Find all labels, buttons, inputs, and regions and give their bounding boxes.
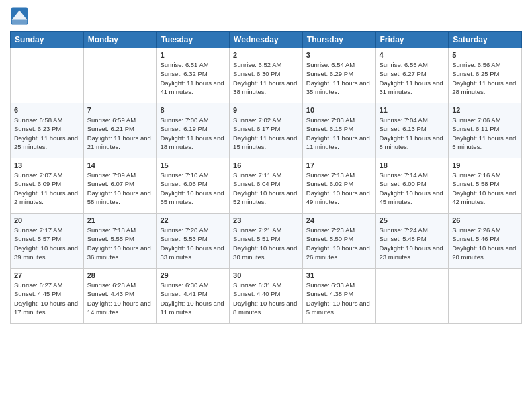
day-info: Sunrise: 6:51 AM Sunset: 6:32 PM Dayligh…: [160, 60, 226, 96]
day-info: Sunrise: 6:56 AM Sunset: 6:25 PM Dayligh…: [452, 60, 518, 96]
day-header-monday: Monday: [83, 32, 157, 48]
day-info: Sunrise: 7:11 AM Sunset: 6:04 PM Dayligh…: [233, 171, 299, 206]
day-number: 13: [14, 161, 80, 169]
day-number: 3: [306, 51, 372, 59]
day-header-tuesday: Tuesday: [157, 32, 230, 48]
day-number: 9: [233, 106, 299, 114]
calendar-cell: 24Sunrise: 7:23 AM Sunset: 5:50 PM Dayli…: [302, 214, 375, 269]
day-info: Sunrise: 7:14 AM Sunset: 6:00 PM Dayligh…: [380, 171, 445, 206]
calendar-cell: [11, 48, 84, 103]
day-header-wednesday: Wednesday: [230, 32, 303, 48]
svg-rect-2: [12, 19, 27, 24]
day-number: 11: [380, 106, 445, 114]
day-number: 2: [233, 51, 299, 59]
calendar-cell: 6Sunrise: 6:58 AM Sunset: 6:23 PM Daylig…: [11, 103, 84, 158]
day-number: 5: [452, 51, 518, 59]
day-number: 7: [87, 106, 153, 114]
calendar-cell: 30Sunrise: 6:31 AM Sunset: 4:40 PM Dayli…: [230, 269, 303, 324]
calendar-cell: 29Sunrise: 6:30 AM Sunset: 4:41 PM Dayli…: [157, 269, 230, 324]
day-number: 23: [233, 216, 299, 224]
day-info: Sunrise: 7:24 AM Sunset: 5:48 PM Dayligh…: [380, 226, 445, 261]
calendar-cell: 4Sunrise: 6:55 AM Sunset: 6:27 PM Daylig…: [375, 48, 449, 103]
day-number: 4: [380, 51, 445, 59]
day-info: Sunrise: 7:13 AM Sunset: 6:02 PM Dayligh…: [306, 171, 372, 206]
day-info: Sunrise: 6:52 AM Sunset: 6:30 PM Dayligh…: [233, 60, 299, 96]
day-header-sunday: Sunday: [11, 32, 84, 48]
calendar-cell: 15Sunrise: 7:10 AM Sunset: 6:06 PM Dayli…: [157, 158, 230, 214]
calendar-cell: 18Sunrise: 7:14 AM Sunset: 6:00 PM Dayli…: [375, 158, 449, 214]
day-number: 29: [160, 271, 226, 279]
week-row-3: 13Sunrise: 7:07 AM Sunset: 6:09 PM Dayli…: [11, 158, 522, 214]
calendar-cell: 2Sunrise: 6:52 AM Sunset: 6:30 PM Daylig…: [230, 48, 303, 103]
day-number: 27: [14, 271, 80, 279]
day-info: Sunrise: 6:58 AM Sunset: 6:23 PM Dayligh…: [14, 116, 80, 151]
calendar-cell: 21Sunrise: 7:18 AM Sunset: 5:55 PM Dayli…: [83, 214, 157, 269]
day-info: Sunrise: 6:30 AM Sunset: 4:41 PM Dayligh…: [160, 281, 226, 316]
day-info: Sunrise: 6:55 AM Sunset: 6:27 PM Dayligh…: [380, 60, 445, 96]
day-info: Sunrise: 6:59 AM Sunset: 6:21 PM Dayligh…: [87, 116, 153, 151]
day-info: Sunrise: 6:33 AM Sunset: 4:38 PM Dayligh…: [306, 281, 372, 316]
calendar-cell: 8Sunrise: 7:00 AM Sunset: 6:19 PM Daylig…: [157, 103, 230, 158]
calendar-cell: 14Sunrise: 7:09 AM Sunset: 6:07 PM Dayli…: [83, 158, 157, 214]
header-row: SundayMondayTuesdayWednesdayThursdayFrid…: [11, 32, 522, 48]
calendar-cell: 10Sunrise: 7:03 AM Sunset: 6:15 PM Dayli…: [302, 103, 375, 158]
day-info: Sunrise: 7:03 AM Sunset: 6:15 PM Dayligh…: [306, 116, 372, 151]
day-number: 19: [452, 161, 518, 169]
calendar-cell: 20Sunrise: 7:17 AM Sunset: 5:57 PM Dayli…: [11, 214, 84, 269]
day-info: Sunrise: 7:21 AM Sunset: 5:51 PM Dayligh…: [233, 226, 299, 261]
day-info: Sunrise: 7:18 AM Sunset: 5:55 PM Dayligh…: [87, 226, 153, 261]
day-info: Sunrise: 7:20 AM Sunset: 5:53 PM Dayligh…: [160, 226, 226, 261]
calendar-body: 1Sunrise: 6:51 AM Sunset: 6:32 PM Daylig…: [11, 48, 522, 324]
calendar-cell: 19Sunrise: 7:16 AM Sunset: 5:58 PM Dayli…: [449, 158, 522, 214]
day-info: Sunrise: 7:16 AM Sunset: 5:58 PM Dayligh…: [452, 171, 518, 206]
calendar-cell: 17Sunrise: 7:13 AM Sunset: 6:02 PM Dayli…: [302, 158, 375, 214]
calendar-cell: 26Sunrise: 7:26 AM Sunset: 5:46 PM Dayli…: [449, 214, 522, 269]
calendar-cell: 11Sunrise: 7:04 AM Sunset: 6:13 PM Dayli…: [375, 103, 449, 158]
day-number: 28: [87, 271, 153, 279]
day-info: Sunrise: 7:09 AM Sunset: 6:07 PM Dayligh…: [87, 171, 153, 206]
logo-icon: [10, 7, 29, 26]
calendar-cell: 5Sunrise: 6:56 AM Sunset: 6:25 PM Daylig…: [449, 48, 522, 103]
week-row-1: 1Sunrise: 6:51 AM Sunset: 6:32 PM Daylig…: [11, 48, 522, 103]
day-number: 17: [306, 161, 372, 169]
calendar-cell: 27Sunrise: 6:27 AM Sunset: 4:45 PM Dayli…: [11, 269, 84, 324]
day-info: Sunrise: 7:26 AM Sunset: 5:46 PM Dayligh…: [452, 226, 518, 261]
day-header-friday: Friday: [375, 32, 449, 48]
day-number: 25: [380, 216, 445, 224]
day-number: 16: [233, 161, 299, 169]
day-header-thursday: Thursday: [302, 32, 375, 48]
calendar-cell: 9Sunrise: 7:02 AM Sunset: 6:17 PM Daylig…: [230, 103, 303, 158]
calendar-cell: 31Sunrise: 6:33 AM Sunset: 4:38 PM Dayli…: [302, 269, 375, 324]
page: SundayMondayTuesdayWednesdayThursdayFrid…: [0, 0, 532, 411]
day-number: 8: [160, 106, 226, 114]
calendar-cell: 7Sunrise: 6:59 AM Sunset: 6:21 PM Daylig…: [83, 103, 157, 158]
day-number: 15: [160, 161, 226, 169]
calendar-cell: 25Sunrise: 7:24 AM Sunset: 5:48 PM Dayli…: [375, 214, 449, 269]
calendar-cell: 12Sunrise: 7:06 AM Sunset: 6:11 PM Dayli…: [449, 103, 522, 158]
day-info: Sunrise: 7:10 AM Sunset: 6:06 PM Dayligh…: [160, 171, 226, 206]
day-info: Sunrise: 6:54 AM Sunset: 6:29 PM Dayligh…: [306, 60, 372, 96]
day-header-saturday: Saturday: [449, 32, 522, 48]
day-info: Sunrise: 7:23 AM Sunset: 5:50 PM Dayligh…: [306, 226, 372, 261]
day-number: 30: [233, 271, 299, 279]
day-info: Sunrise: 6:28 AM Sunset: 4:43 PM Dayligh…: [87, 281, 153, 316]
day-number: 14: [87, 161, 153, 169]
day-info: Sunrise: 6:31 AM Sunset: 4:40 PM Dayligh…: [233, 281, 299, 316]
day-number: 22: [160, 216, 226, 224]
day-info: Sunrise: 7:17 AM Sunset: 5:57 PM Dayligh…: [14, 226, 80, 261]
day-info: Sunrise: 7:00 AM Sunset: 6:19 PM Dayligh…: [160, 116, 226, 151]
day-number: 31: [306, 271, 372, 279]
calendar-cell: 16Sunrise: 7:11 AM Sunset: 6:04 PM Dayli…: [230, 158, 303, 214]
week-row-2: 6Sunrise: 6:58 AM Sunset: 6:23 PM Daylig…: [11, 103, 522, 158]
calendar-cell: 13Sunrise: 7:07 AM Sunset: 6:09 PM Dayli…: [11, 158, 84, 214]
day-number: 10: [306, 106, 372, 114]
calendar-cell: 23Sunrise: 7:21 AM Sunset: 5:51 PM Dayli…: [230, 214, 303, 269]
day-info: Sunrise: 7:02 AM Sunset: 6:17 PM Dayligh…: [233, 116, 299, 151]
day-info: Sunrise: 7:06 AM Sunset: 6:11 PM Dayligh…: [452, 116, 518, 151]
day-info: Sunrise: 7:07 AM Sunset: 6:09 PM Dayligh…: [14, 171, 80, 206]
day-number: 18: [380, 161, 445, 169]
day-number: 26: [452, 216, 518, 224]
day-number: 20: [14, 216, 80, 224]
calendar-header: SundayMondayTuesdayWednesdayThursdayFrid…: [11, 32, 522, 48]
day-number: 1: [160, 51, 226, 59]
